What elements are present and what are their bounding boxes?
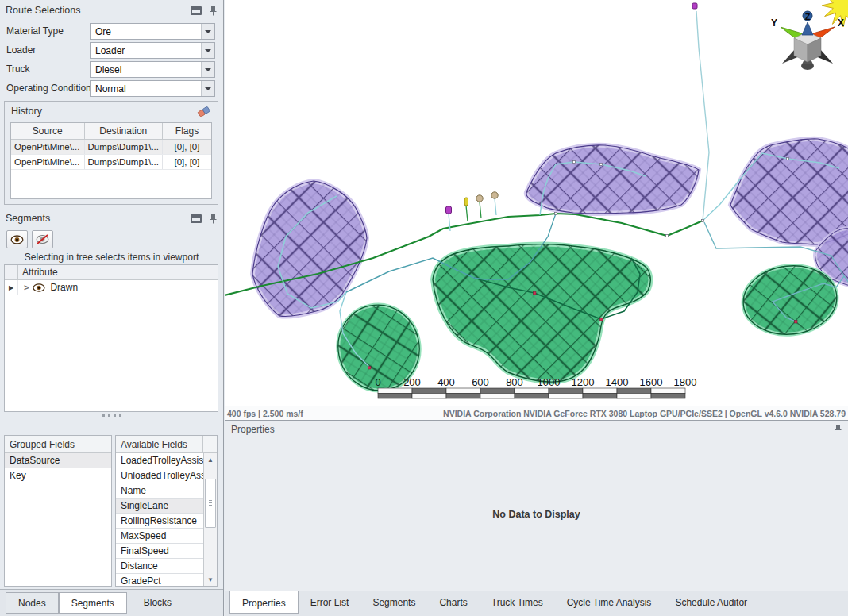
list-item[interactable]: UnloadedTrolleyAss... [116,468,203,483]
history-table[interactable]: Source Destination Flags OpenPit\Mine\..… [10,122,212,199]
operating-conditions-row: Operating Conditions Normal [6,80,215,97]
properties-title: Properties [231,424,835,435]
list-item[interactable]: RollingResistance [116,514,203,529]
svg-text:1600: 1600 [640,376,663,388]
material-type-dropdown[interactable]: Ore [90,23,215,40]
properties-body: No Data to Display [225,437,848,591]
history-header: History [5,102,218,121]
list-item[interactable]: Name [116,483,203,499]
tab-nodes[interactable]: Nodes [6,592,59,614]
col-flags[interactable]: Flags [162,123,211,139]
hide-all-button[interactable] [32,230,53,248]
grouped-fields-header[interactable]: Grouped Fields [5,436,111,453]
x-axis-label: X [838,17,844,29]
operating-conditions-label: Operating Conditions [6,83,96,94]
tab-properties[interactable]: Properties [229,591,299,614]
viewport-status-bar: 400 fps | 2.500 ms/f NVIDIA Corporation … [225,406,848,420]
tree-hint-text: Selecting in tree selects items in viewp… [0,252,223,263]
left-dock-panel: Route Selections Material Type Ore Loade… [0,0,224,616]
pin-icon[interactable] [210,6,217,16]
svg-text:1400: 1400 [606,376,629,388]
loader-row: Loader Loader [6,42,215,59]
list-item[interactable]: LoadedTrolleyAssist [116,453,203,468]
chevron-down-icon[interactable] [201,43,214,58]
properties-panel: Properties No Data to Display [225,420,848,591]
maximize-icon[interactable] [191,6,202,15]
svg-text:800: 800 [506,376,523,388]
svg-text:1800: 1800 [674,376,697,388]
available-fields-header[interactable]: Available Fields [116,436,217,453]
truck-dropdown[interactable]: Diesel [90,61,215,78]
eye-icon [10,235,24,244]
col-destination[interactable]: Destination [84,123,162,139]
splitter-handle[interactable] [0,414,223,417]
list-item[interactable]: MaxSpeed [116,529,203,544]
table-row[interactable]: OpenPit\Mine\... Dumps\Dump1\... [0], [0… [11,139,211,154]
material-type-label: Material Type [6,25,64,37]
tab-schedule-auditor[interactable]: Schedule Auditor [663,591,759,614]
list-item[interactable]: DataSource [5,453,111,468]
list-item[interactable]: Key [5,468,111,483]
tree-row-drawn[interactable]: ▶ > Drawn [5,280,218,295]
attribute-column-header[interactable]: Attribute [18,265,218,279]
panel-title: Segments [6,213,191,224]
show-all-button[interactable] [6,230,28,248]
maximize-icon[interactable] [191,214,202,223]
scene: 0 200 400 600 800 1000 1200 1400 1600 18… [225,0,848,406]
application-window: Route Selections Material Type Ore Loade… [0,0,848,616]
panel-title: Route Selections [6,5,191,16]
bottom-tab-strip: Properties Error List Segments Charts Tr… [225,591,848,616]
operating-conditions-dropdown[interactable]: Normal [90,80,215,97]
left-tab-strip: Nodes Segments Blocks [0,589,223,616]
chevron-down-icon[interactable] [201,81,214,96]
svg-text:400: 400 [437,376,455,388]
3d-viewport[interactable]: 0 200 400 600 800 1000 1200 1400 1600 18… [225,0,848,406]
expand-chevron-icon[interactable]: > [24,283,29,292]
tab-charts[interactable]: Charts [427,591,479,614]
pin-icon[interactable] [210,214,217,224]
fps-readout: 400 fps | 2.500 ms/f [227,409,303,418]
pin-icon[interactable] [835,424,842,434]
table-row[interactable]: OpenPit\Mine\... Dumps\Dump1\... [0], [0… [11,154,211,169]
loader-dropdown[interactable]: Loader [90,42,215,59]
dump-mesh-top [526,145,699,214]
svg-text:200: 200 [403,376,421,388]
chevron-down-icon[interactable] [201,24,214,39]
list-item[interactable]: FinalSpeed [116,544,203,559]
scroll-up-icon[interactable]: ▲ [204,453,217,466]
tab-truck-times[interactable]: Truck Times [480,591,555,614]
list-item[interactable]: Distance [116,559,203,574]
material-type-row: Material Type Ore [6,23,215,40]
chevron-down-icon[interactable] [201,62,214,77]
tab-segments[interactable]: Segments [59,592,127,614]
vertical-scrollbar[interactable]: ▲ ▼ [203,453,217,586]
list-item[interactable]: GradePct [116,574,203,587]
y-axis-label: Y [771,17,777,29]
svg-text:0: 0 [375,376,380,388]
eraser-icon[interactable] [197,106,211,117]
svg-text:600: 600 [472,376,489,388]
truck-row: Truck Diesel [6,61,215,78]
svg-text:1000: 1000 [538,376,561,388]
grouped-fields-list[interactable]: Grouped Fields DataSource Key [4,435,112,587]
tree-row-label: Drawn [50,282,78,293]
tree-header[interactable]: Attribute [5,265,218,280]
eye-off-icon [36,234,49,244]
tab-cycle-time-analysis[interactable]: Cycle Time Analysis [555,591,664,614]
scroll-down-icon[interactable]: ▼ [204,573,217,586]
axis-gizmo[interactable]: Y Z X [771,11,844,70]
list-item[interactable]: SingleLane [116,499,203,514]
properties-panel-header: Properties [225,421,848,437]
loader-label: Loader [6,44,36,56]
scrollbar-thumb[interactable] [205,479,216,528]
available-fields-list[interactable]: Available Fields LoadedTrolleyAssist Unl… [115,435,218,587]
tab-blocks[interactable]: Blocks [132,592,183,614]
eye-icon[interactable] [33,283,45,292]
row-selector-icon: ▶ [5,280,18,295]
segments-panel-header: Segments [0,208,222,229]
segments-tree[interactable]: Attribute ▶ > Drawn [4,264,218,412]
tab-error-list[interactable]: Error List [299,591,361,614]
tab-segments[interactable]: Segments [360,591,427,614]
history-title: History [11,106,197,117]
col-source[interactable]: Source [11,123,84,139]
